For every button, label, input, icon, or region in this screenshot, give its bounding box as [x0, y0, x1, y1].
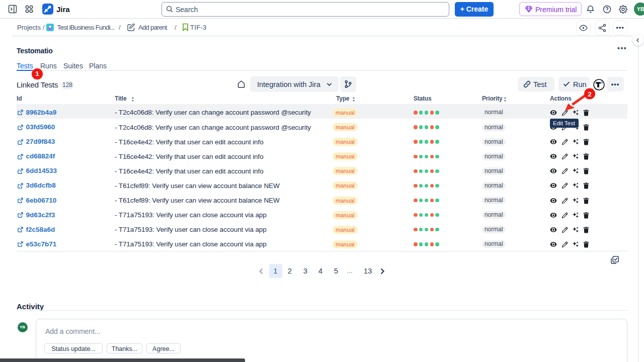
- svg-text:2: 2: [588, 90, 592, 98]
